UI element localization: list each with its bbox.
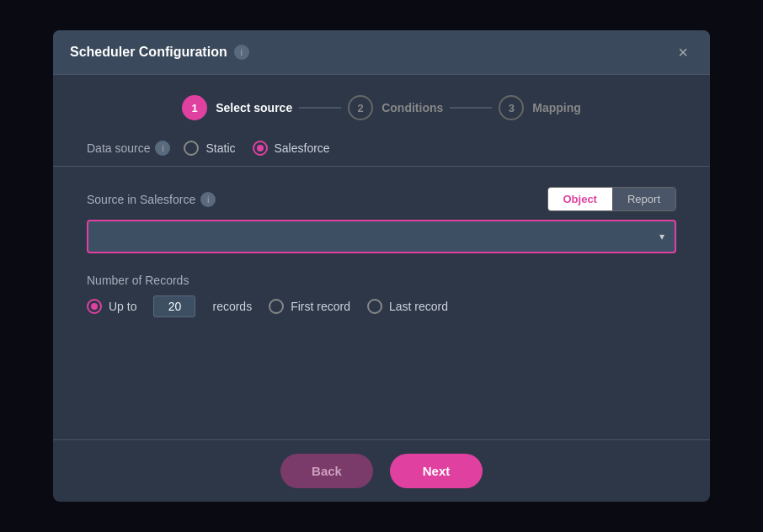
modal-title-area: Scheduler Configuration i xyxy=(70,45,249,60)
next-button[interactable]: Next xyxy=(390,454,483,488)
step-1-circle: 1 xyxy=(182,95,207,120)
radio-last-record-circle[interactable] xyxy=(367,299,382,314)
data-source-radio-group: Static Salesforce xyxy=(184,141,329,156)
radio-salesforce[interactable]: Salesforce xyxy=(253,141,330,156)
radio-first-record-circle[interactable] xyxy=(269,299,284,314)
modal-header: Scheduler Configuration i × xyxy=(53,30,710,75)
data-source-info-icon[interactable]: i xyxy=(155,141,170,156)
source-salesforce-label: Source in Salesforce i xyxy=(87,192,216,207)
data-source-group: Data source i Static Salesforce xyxy=(87,141,676,167)
stepper: 1 Select source 2 Conditions 3 Mapping xyxy=(87,95,676,120)
radio-first-record-label: First record xyxy=(291,300,350,313)
step-1: 1 Select source xyxy=(182,95,292,120)
radio-upto-label: Up to xyxy=(109,300,136,313)
records-text: records xyxy=(212,300,252,313)
radio-static-label: Static xyxy=(205,141,235,155)
step-3: 3 Mapping xyxy=(499,95,581,120)
source-header: Source in Salesforce i Object Report xyxy=(87,187,676,211)
back-button[interactable]: Back xyxy=(280,454,373,488)
radio-salesforce-circle[interactable] xyxy=(253,141,268,156)
step-2-label: Conditions xyxy=(382,101,443,114)
step-2: 2 Conditions xyxy=(348,95,443,120)
radio-first-record[interactable]: First record xyxy=(269,299,350,314)
modal-footer: Back Next xyxy=(53,439,710,502)
step-3-circle: 3 xyxy=(499,95,524,120)
step-1-label: Select source xyxy=(216,101,292,114)
salesforce-section: Source in Salesforce i Object Report ▾ xyxy=(87,187,676,253)
step-connector-1 xyxy=(299,107,341,109)
records-section: Number of Records Up to 20 records First… xyxy=(87,274,676,317)
toggle-report-button[interactable]: Report xyxy=(612,188,675,210)
step-2-circle: 2 xyxy=(348,95,373,120)
radio-last-record[interactable]: Last record xyxy=(367,299,448,314)
radio-upto[interactable]: Up to xyxy=(87,299,136,314)
close-button[interactable]: × xyxy=(673,42,693,62)
data-source-row: Data source i Static Salesforce xyxy=(87,141,676,156)
step-connector-2 xyxy=(450,107,492,109)
radio-static-circle[interactable] xyxy=(184,141,199,156)
number-of-records-label: Number of Records xyxy=(87,274,676,287)
modal-title: Scheduler Configuration xyxy=(70,45,227,60)
radio-static[interactable]: Static xyxy=(184,141,235,156)
radio-salesforce-label: Salesforce xyxy=(275,141,330,155)
step-3-label: Mapping xyxy=(532,101,581,114)
info-icon[interactable]: i xyxy=(234,45,249,60)
upto-value-input[interactable]: 20 xyxy=(153,295,195,317)
toggle-button-group: Object Report xyxy=(547,187,677,211)
records-options: Up to 20 records First record Last recor… xyxy=(87,295,676,317)
radio-upto-circle[interactable] xyxy=(87,299,102,314)
salesforce-object-dropdown[interactable]: ▾ xyxy=(87,220,676,253)
data-source-label: Data source i xyxy=(87,141,170,156)
modal: Scheduler Configuration i × 1 Select sou… xyxy=(53,30,710,502)
modal-body: 1 Select source 2 Conditions 3 Mapping xyxy=(53,75,710,439)
toggle-object-button[interactable]: Object xyxy=(548,188,612,210)
chevron-down-icon: ▾ xyxy=(659,231,664,242)
radio-last-record-label: Last record xyxy=(389,300,448,313)
divider-1 xyxy=(53,166,710,167)
source-salesforce-info-icon[interactable]: i xyxy=(200,192,216,207)
modal-overlay: Scheduler Configuration i × 1 Select sou… xyxy=(0,0,763,532)
